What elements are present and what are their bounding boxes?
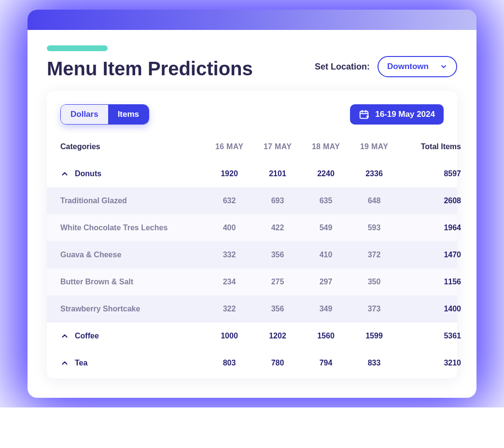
col-date: 18 MAY bbox=[302, 142, 350, 151]
cell-value: 803 bbox=[205, 359, 253, 367]
cell-value: 422 bbox=[253, 224, 302, 232]
accent-bar bbox=[47, 45, 108, 51]
category-row-donuts[interactable]: Donuts 1920 2101 2240 2336 8597 bbox=[47, 160, 457, 187]
category-name: Coffee bbox=[75, 332, 99, 340]
table-header-row: Categories 16 MAY 17 MAY 18 MAY 19 MAY T… bbox=[47, 133, 457, 160]
cell-value: 350 bbox=[350, 278, 398, 286]
predictions-table: Categories 16 MAY 17 MAY 18 MAY 19 MAY T… bbox=[47, 133, 457, 377]
cell-value: 275 bbox=[253, 278, 302, 286]
tab-items[interactable]: Items bbox=[108, 105, 149, 124]
item-name: Guava & Cheese bbox=[60, 251, 205, 259]
page-title: Menu Item Predictions bbox=[47, 58, 253, 79]
cell-value: 373 bbox=[350, 305, 398, 313]
cell-value: 632 bbox=[205, 196, 253, 205]
page-header: Menu Item Predictions Set Location: Down… bbox=[28, 30, 476, 91]
cell-value: 322 bbox=[205, 305, 253, 313]
item-name: Strawberry Shortcake bbox=[60, 305, 205, 313]
predictions-card: Dollars Items 16-19 May 2024 Categories … bbox=[47, 91, 457, 378]
cell-value: 780 bbox=[253, 359, 302, 367]
table-row: White Chocolate Tres Leches 400 422 549 … bbox=[47, 214, 457, 241]
cell-total: 3210 bbox=[398, 359, 461, 367]
cell-value: 693 bbox=[253, 196, 302, 205]
calendar-add-icon bbox=[359, 109, 369, 120]
cell-value: 1202 bbox=[253, 332, 302, 340]
item-name: White Chocolate Tres Leches bbox=[60, 224, 205, 232]
cell-value: 234 bbox=[205, 278, 253, 286]
category-row-coffee[interactable]: Coffee 1000 1202 1560 1599 5361 bbox=[47, 322, 457, 350]
cell-value: 833 bbox=[350, 359, 398, 367]
date-range-button[interactable]: 16-19 May 2024 bbox=[350, 104, 444, 125]
table-row: Strawberry Shortcake 322 356 349 373 140… bbox=[47, 295, 457, 322]
cell-value: 400 bbox=[205, 224, 253, 232]
app-card: Menu Item Predictions Set Location: Down… bbox=[28, 10, 476, 398]
cell-total: 1156 bbox=[398, 278, 461, 286]
cell-value: 549 bbox=[302, 224, 350, 232]
svg-rect-0 bbox=[360, 112, 368, 119]
item-name: Traditional Glazed bbox=[60, 196, 205, 205]
cell-value: 1000 bbox=[205, 332, 253, 340]
cell-total: 1964 bbox=[398, 224, 461, 232]
cell-value: 1920 bbox=[205, 169, 253, 178]
app-header-gradient bbox=[28, 10, 476, 30]
cell-value: 593 bbox=[350, 224, 398, 232]
cell-total: 8597 bbox=[398, 169, 461, 178]
chevron-up-icon bbox=[60, 169, 69, 178]
chevron-down-icon bbox=[440, 63, 448, 70]
table-row: Butter Brown & Salt 234 275 297 350 1156 bbox=[47, 268, 457, 295]
cell-value: 2101 bbox=[253, 169, 302, 178]
table-row: Guava & Cheese 332 356 410 372 1470 bbox=[47, 241, 457, 268]
cell-value: 356 bbox=[253, 305, 302, 313]
table-row: Traditional Glazed 632 693 635 648 2608 bbox=[47, 187, 457, 214]
col-date: 16 MAY bbox=[205, 142, 253, 151]
unit-toggle: Dollars Items bbox=[60, 104, 149, 125]
cell-total: 1400 bbox=[398, 305, 461, 313]
cell-total: 2608 bbox=[398, 196, 461, 205]
cell-value: 410 bbox=[302, 251, 350, 259]
tab-dollars[interactable]: Dollars bbox=[61, 105, 108, 124]
location-value: Downtown bbox=[387, 62, 429, 71]
category-name: Tea bbox=[75, 359, 87, 367]
cell-value: 1599 bbox=[350, 332, 398, 340]
cell-value: 372 bbox=[350, 251, 398, 259]
location-label: Set Location: bbox=[315, 62, 370, 72]
item-name: Butter Brown & Salt bbox=[60, 278, 205, 286]
cell-value: 349 bbox=[302, 305, 350, 313]
cell-value: 648 bbox=[350, 196, 398, 205]
cell-value: 794 bbox=[302, 359, 350, 367]
category-row-tea[interactable]: Tea 803 780 794 833 3210 bbox=[47, 350, 457, 377]
col-categories: Categories bbox=[60, 142, 205, 151]
col-date: 17 MAY bbox=[253, 142, 302, 151]
cell-total: 5361 bbox=[398, 332, 461, 340]
cell-value: 2336 bbox=[350, 169, 398, 178]
cell-value: 332 bbox=[205, 251, 253, 259]
cell-value: 2240 bbox=[302, 169, 350, 178]
chevron-up-icon bbox=[60, 332, 69, 340]
cell-total: 1470 bbox=[398, 251, 461, 259]
cell-value: 356 bbox=[253, 251, 302, 259]
col-date: 19 MAY bbox=[350, 142, 398, 151]
date-range-label: 16-19 May 2024 bbox=[375, 110, 435, 119]
col-total: Total Items bbox=[398, 142, 461, 151]
cell-value: 635 bbox=[302, 196, 350, 205]
chevron-up-icon bbox=[60, 359, 69, 367]
cell-value: 297 bbox=[302, 278, 350, 286]
cell-value: 1560 bbox=[302, 332, 350, 340]
location-select[interactable]: Downtown bbox=[378, 56, 457, 77]
category-name: Donuts bbox=[75, 169, 101, 178]
